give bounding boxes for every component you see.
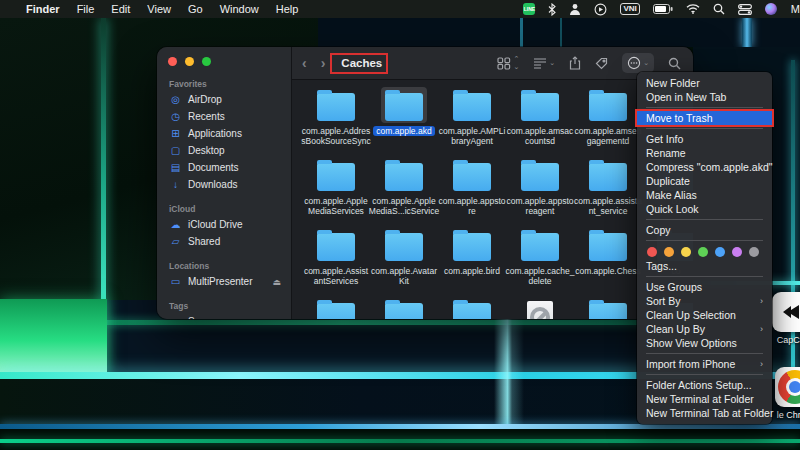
menu-item-folder-actions-setup[interactable]: Folder Actions Setup... [637,378,772,392]
file-item[interactable]: com.apple.amsac countsd [506,87,574,157]
file-item[interactable]: com.apple.cache_ delete [506,227,574,297]
tag-color-dot[interactable] [681,247,691,257]
menu-item-duplicate[interactable]: Duplicate [637,174,772,188]
menubar-item-edit[interactable]: Edit [111,3,130,15]
menu-item-open-in-new-tab[interactable]: Open in New Tab [637,90,772,104]
sidebar-item-recents[interactable]: ◷Recents [157,108,291,125]
battery-icon[interactable] [653,2,673,16]
sidebar-item-san[interactable]: ○San [157,313,291,319]
context-menu: New FolderOpen in New TabMove to TrashGe… [637,72,772,424]
menubar-item-window[interactable]: Window [220,3,259,15]
tag-icon[interactable] [595,57,608,70]
sidebar-item-airdrop[interactable]: ◎AirDrop [157,91,291,108]
menu-item-make-alias[interactable]: Make Alias [637,188,772,202]
file-item[interactable]: com.apple.amsen gagementd [574,87,642,157]
minimize-button[interactable] [185,57,194,66]
sidebar-item-icloud-drive[interactable]: ☁iCloud Drive [157,216,291,233]
more-actions-icon[interactable]: ⌄ [622,53,654,73]
file-item[interactable]: com.apple.assista nt_service [574,157,642,227]
submenu-arrow-icon: › [760,357,763,371]
menu-item-new-folder[interactable]: New Folder [637,76,772,90]
menu-item-tags[interactable]: Tags... [637,259,772,273]
menubar-item-finder[interactable]: Finder [26,3,60,15]
menubar-item-view[interactable]: View [147,3,171,15]
file-item[interactable]: com.apple.Apple MediaS...icService [370,157,438,227]
file-label: com.apple.appsto reagent [506,196,573,216]
sidebar-item-label: AirDrop [188,94,222,105]
bluetooth-icon[interactable] [548,2,556,16]
wallpaper-green-panel [0,299,107,375]
menu-item-rename[interactable]: Rename [637,146,772,160]
tag-color-dot[interactable] [698,247,708,257]
sidebar-item-desktop[interactable]: ▢Desktop [157,142,291,159]
file-label: com.apple.amsac countsd [507,126,574,146]
forward-button[interactable]: › [321,55,326,71]
tag-color-dot[interactable] [664,247,674,257]
menu-item-use-groups[interactable]: Use Groups [637,280,772,294]
file-item[interactable]: com.apple.appsto re [438,157,506,227]
menu-item-import-from-iphone[interactable]: Import from iPhone› [637,357,772,371]
file-item[interactable]: com.apple.bird [438,227,506,297]
file-item[interactable] [574,297,642,319]
tag-color-dot[interactable] [732,247,742,257]
sidebar-item-downloads[interactable]: ↓Downloads [157,176,291,193]
menu-item-sort-by[interactable]: Sort By› [637,294,772,308]
file-item[interactable] [438,297,506,319]
menu-item-copy[interactable]: Copy [637,223,772,237]
menubar-item-go[interactable]: Go [188,3,203,15]
file-item[interactable]: com.apple.Chess [574,227,642,297]
tag-color-dot[interactable] [647,247,657,257]
tag-color-dot[interactable] [715,247,725,257]
menu-item-show-view-options[interactable]: Show View Options [637,336,772,350]
input-source-badge[interactable]: VNI [620,2,639,16]
search-icon[interactable] [668,57,681,70]
menu-separator [646,219,763,220]
file-item[interactable]: com.apple.Avatar Kit [370,227,438,297]
file-item[interactable] [370,297,438,319]
wifi-icon[interactable] [686,2,700,16]
file-item[interactable] [506,297,574,319]
sidebar-item-shared[interactable]: ▱Shared [157,233,291,250]
file-item[interactable] [302,297,370,319]
user-icon[interactable] [569,2,581,16]
menu-item-get-info[interactable]: Get Info [637,132,772,146]
line-icon[interactable]: LINE [523,2,535,16]
sidebar-section-locations: Locations▭MultiPresenter⏏ [157,257,291,290]
window-title: Caches [341,57,382,69]
eject-icon[interactable]: ⏏ [272,277,281,287]
file-item[interactable]: com.apple.AMPLi braryAgent [438,87,506,157]
folder-icon [313,297,359,319]
spotlight-search-icon[interactable] [713,2,725,16]
menubar-item-file[interactable]: File [77,3,95,15]
menu-item-move-to-trash[interactable]: Move to Trash [637,111,772,125]
sidebar-item-multipresenter[interactable]: ▭MultiPresenter⏏ [157,273,291,290]
submenu-arrow-icon: › [760,294,763,308]
file-item[interactable]: com.apple.akd [370,87,438,157]
sidebar-item-documents[interactable]: ▤Documents [157,159,291,176]
file-item[interactable]: com.apple.appsto reagent [506,157,574,227]
sidebar-item-applications[interactable]: ⊞Applications [157,125,291,142]
menu-item-quick-look[interactable]: Quick Look [637,202,772,216]
menu-item-compress-com-apple-akd[interactable]: Compress "com.apple.akd" [637,160,772,174]
finder-sidebar: Favorites◎AirDrop◷Recents⊞Applications▢D… [157,47,292,319]
menu-item-label: Clean Up By [646,322,705,336]
tag-color-dot[interactable] [749,247,759,257]
menubar-item-help[interactable]: Help [276,3,299,15]
control-center-icon[interactable] [738,2,752,16]
file-item[interactable]: com.apple.Apple MediaServices [302,157,370,227]
share-icon[interactable] [569,56,581,70]
siri-icon[interactable] [765,2,777,16]
file-item[interactable]: com.apple.Assist antServices [302,227,370,297]
back-button[interactable]: ‹ [302,55,307,71]
icon-view-icon[interactable]: ⌃⌄ [497,55,519,71]
menu-item-new-terminal-tab-at-folder[interactable]: New Terminal Tab at Folder [637,406,772,420]
close-button[interactable] [168,57,177,66]
group-by-icon[interactable]: ⌄ [533,57,555,69]
menu-item-new-terminal-at-folder[interactable]: New Terminal at Folder [637,392,772,406]
menubar-clock[interactable]: M [791,3,800,15]
file-item[interactable]: com.apple.Addres sBookSourceSync [302,87,370,157]
play-circle-icon[interactable] [594,2,607,16]
menu-item-clean-up-selection[interactable]: Clean Up Selection [637,308,772,322]
zoom-button[interactable] [202,57,211,66]
menu-item-clean-up-by[interactable]: Clean Up By› [637,322,772,336]
